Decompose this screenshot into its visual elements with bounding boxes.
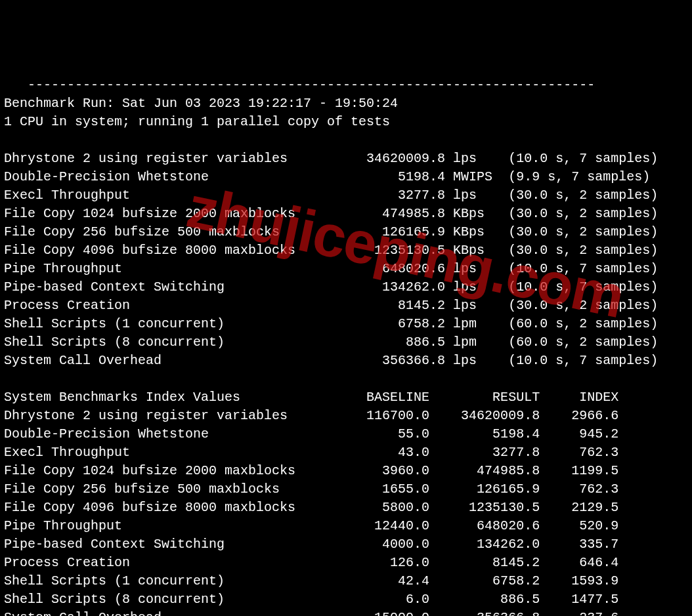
terminal-output: ----------------------------------------… bbox=[4, 76, 688, 616]
